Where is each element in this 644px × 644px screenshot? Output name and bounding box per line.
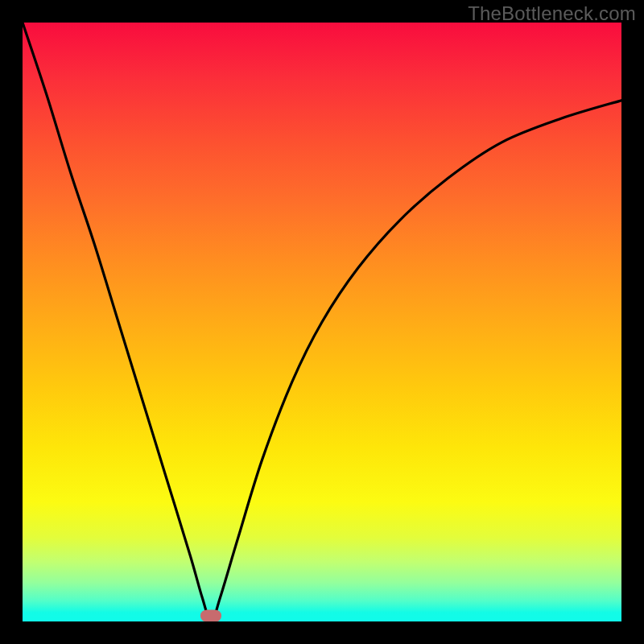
optimal-point-marker <box>200 609 221 621</box>
plot-area <box>23 23 621 621</box>
chart-frame: TheBottleneck.com <box>0 0 644 644</box>
bottleneck-curve <box>23 23 621 621</box>
watermark-text: TheBottleneck.com <box>468 2 636 25</box>
